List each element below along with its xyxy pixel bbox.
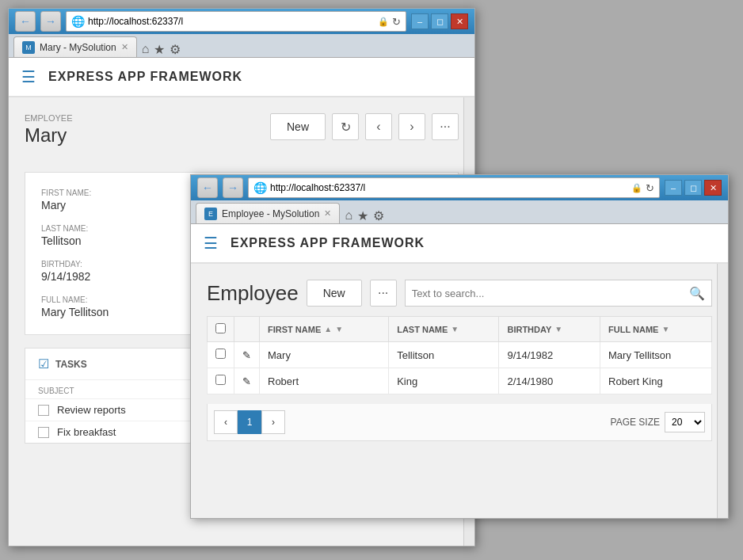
settings-icon-1[interactable]: ⚙	[170, 42, 181, 57]
page-size-label: PAGE SIZE	[611, 417, 660, 428]
address-bar-1[interactable]: 🌐 🔒 ↻	[66, 11, 406, 32]
toolbar-row-1: New ↻ ‹ › ···	[270, 113, 459, 140]
employee-label: Employee	[25, 113, 270, 123]
forward-btn-2[interactable]: →	[223, 177, 243, 198]
titlebar-2: ← → 🌐 🔒 ↻ – ◻ ✕	[191, 175, 728, 200]
filter-icon-firstname[interactable]: ▼	[335, 325, 343, 333]
refresh-icon-2[interactable]: ↻	[646, 182, 654, 194]
app-title-2: EXPRESS APP FRAMEWORK	[231, 236, 425, 250]
star-icon-2[interactable]: ★	[357, 208, 368, 223]
home-icon-2[interactable]: ⌂	[345, 208, 352, 223]
tasks-check-icon: ☑	[38, 356, 49, 371]
minimize-btn-2[interactable]: –	[665, 180, 682, 196]
task-text-1: Fix breakfast	[57, 426, 116, 438]
th-full-name[interactable]: FULL NAME ▼	[600, 317, 712, 342]
prev-icon: ‹	[376, 120, 380, 134]
task-checkbox-0[interactable]	[38, 405, 49, 416]
next-button-1[interactable]: ›	[398, 113, 425, 140]
restore-btn-1[interactable]: ◻	[431, 13, 448, 29]
tasks-title: TASKS	[55, 359, 87, 370]
tab-mary[interactable]: M Mary - MySolution ✕	[13, 36, 137, 57]
row-1-birthday: 2/14/1980	[499, 368, 600, 394]
row-0-checkbox-cell[interactable]	[208, 342, 234, 368]
row-0-birthday: 9/14/1982	[499, 342, 600, 368]
tab-favicon-2: E	[204, 208, 217, 220]
tab-favicon-1: M	[22, 41, 35, 54]
refresh-button-1[interactable]: ↻	[332, 113, 359, 140]
lock-icon-1: 🔒	[378, 17, 389, 27]
scrollbar-2[interactable]	[717, 264, 728, 518]
filter-icon-lastname[interactable]: ▼	[451, 325, 459, 333]
address-input-1[interactable]	[88, 16, 375, 27]
filter-icon-fullname[interactable]: ▼	[661, 325, 669, 333]
pagination-row: ‹ 1 › PAGE SIZE 20 50 100	[207, 404, 712, 441]
row-0-fullname: Mary Tellitson	[600, 342, 712, 368]
next-page-btn[interactable]: ›	[261, 410, 285, 434]
hamburger-icon-1[interactable]: ☰	[21, 67, 36, 86]
employee-name: Mary	[25, 124, 270, 147]
search-input[interactable]	[412, 288, 689, 299]
address-icon-2: 🌐	[253, 181, 267, 194]
window-employee-list: ← → 🌐 🔒 ↻ – ◻ ✕ E Employee - MySolution …	[190, 174, 729, 519]
page-1-btn[interactable]: 1	[238, 410, 261, 434]
sort-icon-firstname[interactable]: ▲	[324, 325, 332, 333]
more-button-1[interactable]: ···	[432, 113, 459, 140]
filter-icon-birthday[interactable]: ▼	[554, 325, 562, 333]
table-row-1: ✎ Robert King 2/14/1980 Robert King	[208, 368, 712, 394]
home-icon-1[interactable]: ⌂	[142, 42, 150, 57]
next-icon: ›	[410, 120, 413, 134]
back-btn-2[interactable]: ←	[197, 177, 218, 198]
search-icon[interactable]: 🔍	[689, 286, 705, 301]
window-controls-2: – ◻ ✕	[665, 180, 722, 196]
lock-icon-2: 🔒	[631, 183, 642, 193]
row-1-firstname: Robert	[260, 368, 389, 394]
tab-close-2[interactable]: ✕	[324, 208, 331, 219]
app-header-1: ☰ EXPRESS APP FRAMEWORK	[9, 58, 474, 97]
employee-header-row: Employee Mary New ↻ ‹ › ···	[25, 113, 459, 159]
forward-btn-1[interactable]: →	[40, 11, 61, 32]
settings-icon-2[interactable]: ⚙	[373, 208, 384, 223]
th-select-all[interactable]	[208, 317, 234, 342]
address-input-2[interactable]	[270, 182, 628, 193]
tab-bar-2: E Employee - MySolution ✕ ⌂ ★ ⚙	[191, 200, 728, 224]
back-btn-1[interactable]: ←	[15, 11, 36, 32]
restore-btn-2[interactable]: ◻	[684, 180, 702, 196]
prev-button-1[interactable]: ‹	[365, 113, 392, 140]
row-1-checkbox[interactable]	[215, 375, 226, 385]
more-button-2[interactable]: ···	[370, 280, 397, 307]
select-all-checkbox[interactable]	[215, 323, 226, 333]
prev-page-btn[interactable]: ‹	[214, 410, 238, 434]
task-text-0: Review reports	[57, 404, 126, 416]
window-controls-1: – ◻ ✕	[411, 13, 468, 29]
refresh-icon-1[interactable]: ↻	[392, 16, 401, 28]
row-1-edit-btn[interactable]: ✎	[234, 368, 260, 394]
browser-icons-2: ⌂ ★ ⚙	[345, 208, 384, 223]
th-last-name[interactable]: LAST NAME ▼	[389, 317, 499, 342]
close-btn-2[interactable]: ✕	[704, 180, 722, 196]
tab-employee[interactable]: E Employee - MySolution ✕	[196, 203, 340, 223]
new-button-2[interactable]: New	[307, 280, 362, 307]
refresh-icon-btn: ↻	[341, 120, 351, 135]
tab-close-1[interactable]: ✕	[121, 42, 128, 52]
tab-label-2: Employee - MySolution	[222, 208, 319, 219]
employee-table: FIRST NAME ▲ ▼ LAST NAME ▼	[207, 316, 712, 394]
hamburger-icon-2[interactable]: ☰	[204, 234, 218, 253]
address-bar-2[interactable]: 🌐 🔒 ↻	[248, 177, 660, 198]
th-first-name[interactable]: FIRST NAME ▲ ▼	[260, 317, 389, 342]
row-0-lastname: Tellitson	[389, 342, 499, 368]
tab-label-1: Mary - MySolution	[40, 42, 116, 53]
row-0-edit-btn[interactable]: ✎	[234, 342, 260, 368]
th-birthday[interactable]: BIRTHDAY ▼	[499, 317, 600, 342]
task-checkbox-1[interactable]	[38, 427, 49, 438]
row-0-checkbox[interactable]	[215, 349, 226, 359]
browser-icons-1: ⌂ ★ ⚙	[142, 42, 181, 57]
row-1-checkbox-cell[interactable]	[208, 368, 234, 394]
page-size-select[interactable]: 20 50 100	[665, 412, 705, 432]
minimize-btn-1[interactable]: –	[411, 13, 429, 29]
star-icon-1[interactable]: ★	[154, 42, 165, 57]
search-box: 🔍	[405, 280, 712, 307]
new-button-1[interactable]: New	[270, 113, 326, 140]
employee-header: Employee Mary	[25, 113, 270, 147]
close-btn-1[interactable]: ✕	[451, 13, 468, 29]
app-content-2: ☰ EXPRESS APP FRAMEWORK Employee New ···…	[191, 224, 728, 518]
